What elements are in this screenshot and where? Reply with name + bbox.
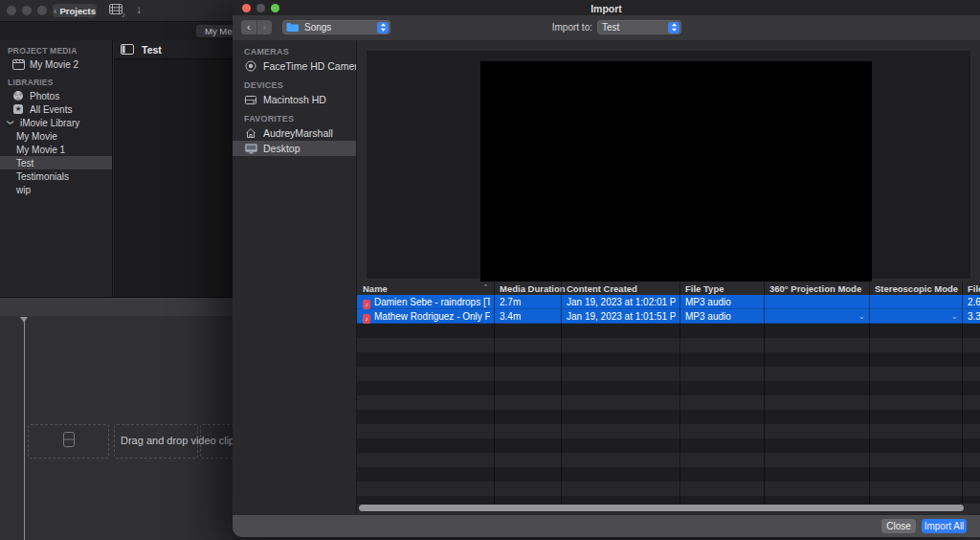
timeline[interactable]: Drag and drop video clips an: [0, 316, 233, 540]
sidebar-item-test[interactable]: Test: [0, 156, 112, 169]
import-to-label: Import to:: [514, 22, 592, 33]
audio-file-icon: ♪: [363, 300, 370, 309]
horizontal-scrollbar[interactable]: [359, 505, 964, 511]
filmstrip-icon: [63, 432, 75, 451]
sidebar-item-desktop[interactable]: Desktop: [233, 141, 356, 156]
sidebar-item-my-movie-1[interactable]: My Movie 1: [0, 143, 112, 156]
dialog-footer: Close Import All: [233, 514, 980, 537]
cell-content_created: Jan 19, 2023 at 1:02:01 PM: [567, 295, 676, 309]
panel-toggle-icon[interactable]: [121, 44, 134, 55]
cell-dropdown-chevron-icon[interactable]: ⌄: [951, 309, 958, 324]
empty-rows: [357, 324, 980, 504]
preview-pane: [367, 51, 970, 279]
section-header-cameras: CAMERAS: [233, 46, 356, 58]
cell-file_type: MP3 audio: [685, 295, 760, 309]
projects-label: Projects: [59, 6, 96, 16]
dialog-titlebar: Import: [233, 0, 980, 15]
video-preview: [480, 61, 872, 285]
sidebar-item-all-events[interactable]: ★All Events: [0, 102, 112, 116]
dialog-content: Name⌃Media DurationContent CreatedFile T…: [357, 40, 980, 514]
home-icon: [244, 127, 257, 139]
column-separator[interactable]: [494, 281, 495, 504]
column-header-content-created[interactable]: Content Created: [567, 283, 637, 294]
import-arrow-icon[interactable]: ↓: [136, 3, 142, 16]
table-row[interactable]: ♪Mathew Rodriguez - Only Frie…3.4mJan 19…: [357, 309, 980, 324]
sidebar-item-my-movie[interactable]: My Movie: [0, 129, 112, 143]
audio-file-icon: ♪: [363, 314, 370, 324]
location-value: Songs: [304, 22, 331, 33]
sidebar-item-label: My Movie: [16, 131, 57, 142]
section-header-favorites: FAVORITES: [233, 113, 356, 125]
clapboard-icon: [11, 59, 25, 70]
cell-media_duration: 3.4m: [500, 309, 557, 324]
column-separator[interactable]: [764, 281, 765, 504]
folder-icon: [286, 22, 300, 33]
sidebar-item-label: FaceTime HD Camera (Bu…: [263, 60, 356, 72]
sidebar-item-label: All Events: [30, 104, 72, 115]
cell-file: 3.3: [968, 309, 980, 324]
destination-value: Test: [602, 22, 619, 33]
sidebar-item-imovie-library[interactable]: ❯iMovie Library: [0, 116, 112, 129]
location-dropdown[interactable]: Songs: [282, 20, 390, 34]
event-browser-header: Test: [114, 40, 234, 59]
table-header: Name⌃Media DurationContent CreatedFile T…: [357, 281, 980, 296]
section-header-devices: DEVICES: [233, 79, 356, 92]
zoom-window-icon[interactable]: [37, 6, 47, 15]
column-header-file[interactable]: File: [968, 283, 980, 294]
stepper-icon: [377, 22, 389, 34]
close-button[interactable]: Close: [881, 519, 916, 533]
back-button[interactable]: ‹: [241, 20, 256, 34]
chevron-down-icon: ❯: [4, 119, 17, 126]
column-separator[interactable]: [869, 281, 870, 504]
import-all-button[interactable]: Import All: [922, 519, 967, 533]
sidebar-item-label: Testimonials: [16, 171, 69, 182]
minimize-window-icon[interactable]: [22, 6, 32, 15]
sidebar-item-facetime-hd-camera-bu[interactable]: FaceTime HD Camera (Bu…: [233, 58, 356, 74]
close-window-icon[interactable]: [7, 6, 16, 15]
projects-back-button[interactable]: ‹ Projects: [53, 4, 97, 17]
sidebar-item-label: My Movie 2: [30, 59, 78, 70]
column-header-name[interactable]: Name: [363, 283, 388, 294]
sidebar-item-label: Desktop: [263, 143, 301, 154]
destination-dropdown[interactable]: Test: [597, 20, 681, 34]
cell-file: 2.6: [968, 295, 980, 309]
sidebar-item-audreymarshall[interactable]: AudreyMarshall: [233, 125, 356, 141]
column-separator[interactable]: [679, 281, 680, 504]
table-row[interactable]: ♪Damien Sebe - raindrops [The…2.7mJan 19…: [357, 295, 980, 309]
column-header-file-type[interactable]: File Type: [685, 283, 724, 294]
dialog-title: Import: [233, 3, 980, 14]
column-separator[interactable]: [561, 281, 562, 504]
sidebar-item-label: AudreyMarshall: [263, 127, 333, 139]
svg-text:♪: ♪: [122, 11, 125, 18]
sidebar-item-wip[interactable]: wip: [0, 183, 112, 196]
libraries-sidebar: PROJECT MEDIAMy Movie 2LIBRARIESPhotos★A…: [0, 40, 113, 297]
forward-button[interactable]: ›: [256, 20, 273, 34]
browser-title: Test: [142, 44, 162, 56]
cell-dropdown-chevron-icon[interactable]: ⌄: [858, 309, 865, 324]
camera-icon: [244, 60, 257, 72]
sidebar-item-label: Macintosh HD: [263, 94, 326, 105]
cell-name: ♪Damien Sebe - raindrops [The…: [363, 295, 490, 309]
sidebar-item-label: Photos: [30, 91, 59, 101]
playhead-line[interactable]: [24, 322, 25, 540]
sidebar-item-my-movie-2[interactable]: My Movie 2: [0, 57, 112, 71]
section-header-project-media: PROJECT MEDIA: [0, 45, 112, 57]
drive-icon: [244, 95, 257, 105]
screen: ‹ Projects ♪ ↓ My Media PROJECT MEDIAMy …: [0, 0, 980, 540]
column-separator[interactable]: [962, 281, 963, 504]
timeline-drop-well[interactable]: [28, 424, 109, 459]
cell-name: ♪Mathew Rodriguez - Only Frie…: [363, 309, 490, 324]
stepper-icon: [668, 22, 679, 34]
section-header-libraries: LIBRARIES: [0, 77, 112, 89]
star-icon: ★: [11, 104, 25, 114]
column-header-stereoscopic-mode[interactable]: Stereoscopic Mode: [875, 283, 958, 294]
sidebar-item-testimonials[interactable]: Testimonials: [0, 169, 112, 183]
column-header-360-projection-mode[interactable]: 360° Projection Mode: [769, 283, 861, 294]
sidebar-item-macintosh-hd[interactable]: Macintosh HD: [233, 92, 356, 107]
cell-media_duration: 2.7m: [500, 295, 557, 309]
media-library-icon[interactable]: ♪: [109, 4, 128, 18]
back-forward-control[interactable]: ‹ ›: [241, 20, 272, 34]
column-header-media-duration[interactable]: Media Duration: [500, 283, 566, 294]
sidebar-item-photos[interactable]: Photos: [0, 89, 112, 102]
import-dialog: Import ‹ › Songs Import to: Test: [233, 0, 980, 537]
